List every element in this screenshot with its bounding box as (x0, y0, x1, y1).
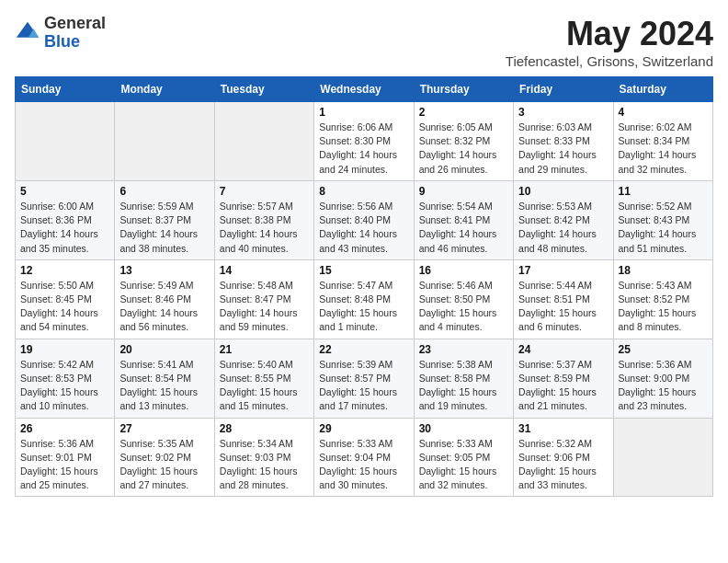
calendar-day-cell (214, 102, 313, 181)
weekday-header-cell: Monday (115, 77, 214, 102)
day-info: Sunrise: 5:35 AM Sunset: 9:02 PM Dayligh… (119, 437, 209, 493)
calendar-day-cell (16, 102, 115, 181)
day-number: 10 (518, 185, 608, 198)
day-number: 29 (319, 422, 408, 435)
day-info: Sunrise: 5:49 AM Sunset: 8:46 PM Dayligh… (119, 279, 209, 335)
day-number: 30 (419, 422, 508, 435)
day-number: 25 (619, 343, 708, 356)
weekday-header-cell: Friday (514, 77, 613, 102)
day-number: 17 (518, 264, 608, 277)
calendar-day-cell: 3Sunrise: 6:03 AM Sunset: 8:33 PM Daylig… (514, 102, 613, 181)
day-number: 27 (119, 422, 209, 435)
day-number: 6 (119, 185, 209, 198)
day-number: 2 (419, 106, 508, 119)
logo-text: General Blue (44, 15, 106, 52)
calendar-day-cell: 21Sunrise: 5:40 AM Sunset: 8:55 PM Dayli… (214, 339, 313, 418)
calendar-week-row: 12Sunrise: 5:50 AM Sunset: 8:45 PM Dayli… (16, 259, 713, 339)
calendar-day-cell: 26Sunrise: 5:36 AM Sunset: 9:01 PM Dayli… (16, 418, 115, 497)
day-number: 15 (319, 264, 408, 277)
day-info: Sunrise: 5:43 AM Sunset: 8:52 PM Dayligh… (619, 279, 708, 335)
calendar-day-cell: 9Sunrise: 5:54 AM Sunset: 8:41 PM Daylig… (414, 180, 513, 259)
day-number: 11 (619, 185, 708, 198)
day-info: Sunrise: 5:54 AM Sunset: 8:41 PM Dayligh… (419, 200, 508, 256)
month-title: May 2024 (506, 15, 713, 53)
day-info: Sunrise: 6:00 AM Sunset: 8:36 PM Dayligh… (20, 200, 109, 256)
calendar-day-cell: 8Sunrise: 5:56 AM Sunset: 8:40 PM Daylig… (314, 180, 414, 259)
day-info: Sunrise: 5:42 AM Sunset: 8:53 PM Dayligh… (20, 358, 109, 414)
calendar-day-cell: 31Sunrise: 5:32 AM Sunset: 9:06 PM Dayli… (514, 418, 613, 497)
day-number: 9 (419, 185, 508, 198)
day-number: 28 (220, 422, 309, 435)
calendar-day-cell: 12Sunrise: 5:50 AM Sunset: 8:45 PM Dayli… (16, 259, 115, 339)
day-info: Sunrise: 5:33 AM Sunset: 9:05 PM Dayligh… (419, 437, 508, 493)
calendar-day-cell: 1Sunrise: 6:06 AM Sunset: 8:30 PM Daylig… (314, 102, 414, 181)
day-info: Sunrise: 5:46 AM Sunset: 8:50 PM Dayligh… (419, 279, 508, 335)
weekday-header-cell: Sunday (16, 77, 115, 102)
calendar-day-cell: 27Sunrise: 5:35 AM Sunset: 9:02 PM Dayli… (115, 418, 214, 497)
day-number: 1 (319, 106, 408, 119)
title-block: May 2024 Tiefencastel, Grisons, Switzerl… (506, 15, 713, 69)
calendar-week-row: 19Sunrise: 5:42 AM Sunset: 8:53 PM Dayli… (16, 339, 713, 418)
calendar-day-cell: 29Sunrise: 5:33 AM Sunset: 9:04 PM Dayli… (314, 418, 414, 497)
weekday-header-cell: Wednesday (314, 77, 414, 102)
weekday-header-cell: Saturday (613, 77, 712, 102)
day-info: Sunrise: 5:59 AM Sunset: 8:37 PM Dayligh… (119, 200, 209, 256)
day-number: 22 (319, 343, 408, 356)
calendar-day-cell: 4Sunrise: 6:02 AM Sunset: 8:34 PM Daylig… (613, 102, 712, 181)
day-info: Sunrise: 5:52 AM Sunset: 8:43 PM Dayligh… (619, 200, 708, 256)
page-header: General Blue May 2024 Tiefencastel, Gris… (15, 15, 713, 69)
day-number: 20 (119, 343, 209, 356)
day-number: 4 (619, 106, 708, 119)
calendar-day-cell: 17Sunrise: 5:44 AM Sunset: 8:51 PM Dayli… (514, 259, 613, 339)
day-info: Sunrise: 5:56 AM Sunset: 8:40 PM Dayligh… (319, 200, 408, 256)
day-info: Sunrise: 6:05 AM Sunset: 8:32 PM Dayligh… (419, 121, 508, 177)
calendar-day-cell: 11Sunrise: 5:52 AM Sunset: 8:43 PM Dayli… (613, 180, 712, 259)
calendar-day-cell: 22Sunrise: 5:39 AM Sunset: 8:57 PM Dayli… (314, 339, 414, 418)
day-number: 16 (419, 264, 508, 277)
calendar-day-cell: 14Sunrise: 5:48 AM Sunset: 8:47 PM Dayli… (214, 259, 313, 339)
day-info: Sunrise: 5:41 AM Sunset: 8:54 PM Dayligh… (119, 358, 209, 414)
day-number: 3 (518, 106, 608, 119)
day-number: 23 (419, 343, 508, 356)
calendar-day-cell: 23Sunrise: 5:38 AM Sunset: 8:58 PM Dayli… (414, 339, 513, 418)
calendar-table: SundayMondayTuesdayWednesdayThursdayFrid… (15, 76, 713, 497)
day-info: Sunrise: 5:39 AM Sunset: 8:57 PM Dayligh… (319, 358, 408, 414)
calendar-day-cell: 20Sunrise: 5:41 AM Sunset: 8:54 PM Dayli… (115, 339, 214, 418)
day-info: Sunrise: 5:40 AM Sunset: 8:55 PM Dayligh… (220, 358, 309, 414)
day-info: Sunrise: 5:36 AM Sunset: 9:01 PM Dayligh… (20, 437, 109, 493)
calendar-day-cell: 5Sunrise: 6:00 AM Sunset: 8:36 PM Daylig… (16, 180, 115, 259)
day-info: Sunrise: 6:02 AM Sunset: 8:34 PM Dayligh… (619, 121, 708, 177)
day-number: 26 (20, 422, 109, 435)
calendar-day-cell: 15Sunrise: 5:47 AM Sunset: 8:48 PM Dayli… (314, 259, 414, 339)
calendar-day-cell: 25Sunrise: 5:36 AM Sunset: 9:00 PM Dayli… (613, 339, 712, 418)
day-info: Sunrise: 5:38 AM Sunset: 8:58 PM Dayligh… (419, 358, 508, 414)
location-subtitle: Tiefencastel, Grisons, Switzerland (506, 53, 713, 69)
calendar-day-cell: 18Sunrise: 5:43 AM Sunset: 8:52 PM Dayli… (613, 259, 712, 339)
day-info: Sunrise: 6:03 AM Sunset: 8:33 PM Dayligh… (518, 121, 608, 177)
weekday-header-row: SundayMondayTuesdayWednesdayThursdayFrid… (16, 77, 713, 102)
calendar-day-cell: 6Sunrise: 5:59 AM Sunset: 8:37 PM Daylig… (115, 180, 214, 259)
calendar-day-cell: 30Sunrise: 5:33 AM Sunset: 9:05 PM Dayli… (414, 418, 513, 497)
day-info: Sunrise: 5:33 AM Sunset: 9:04 PM Dayligh… (319, 437, 408, 493)
calendar-day-cell: 16Sunrise: 5:46 AM Sunset: 8:50 PM Dayli… (414, 259, 513, 339)
calendar-day-cell: 24Sunrise: 5:37 AM Sunset: 8:59 PM Dayli… (514, 339, 613, 418)
day-info: Sunrise: 5:36 AM Sunset: 9:00 PM Dayligh… (619, 358, 708, 414)
day-info: Sunrise: 5:37 AM Sunset: 8:59 PM Dayligh… (518, 358, 608, 414)
calendar-day-cell (613, 418, 712, 497)
calendar-day-cell: 13Sunrise: 5:49 AM Sunset: 8:46 PM Dayli… (115, 259, 214, 339)
logo: General Blue (15, 15, 106, 52)
day-number: 13 (119, 264, 209, 277)
calendar-day-cell: 7Sunrise: 5:57 AM Sunset: 8:38 PM Daylig… (214, 180, 313, 259)
calendar-day-cell: 2Sunrise: 6:05 AM Sunset: 8:32 PM Daylig… (414, 102, 513, 181)
day-info: Sunrise: 6:06 AM Sunset: 8:30 PM Dayligh… (319, 121, 408, 177)
calendar-day-cell (115, 102, 214, 181)
day-number: 19 (20, 343, 109, 356)
logo-icon (15, 20, 40, 46)
day-number: 8 (319, 185, 408, 198)
weekday-header-cell: Tuesday (214, 77, 313, 102)
calendar-body: 1Sunrise: 6:06 AM Sunset: 8:30 PM Daylig… (16, 102, 713, 497)
day-info: Sunrise: 5:34 AM Sunset: 9:03 PM Dayligh… (220, 437, 309, 493)
calendar-day-cell: 19Sunrise: 5:42 AM Sunset: 8:53 PM Dayli… (16, 339, 115, 418)
day-number: 24 (518, 343, 608, 356)
day-info: Sunrise: 5:57 AM Sunset: 8:38 PM Dayligh… (220, 200, 309, 256)
